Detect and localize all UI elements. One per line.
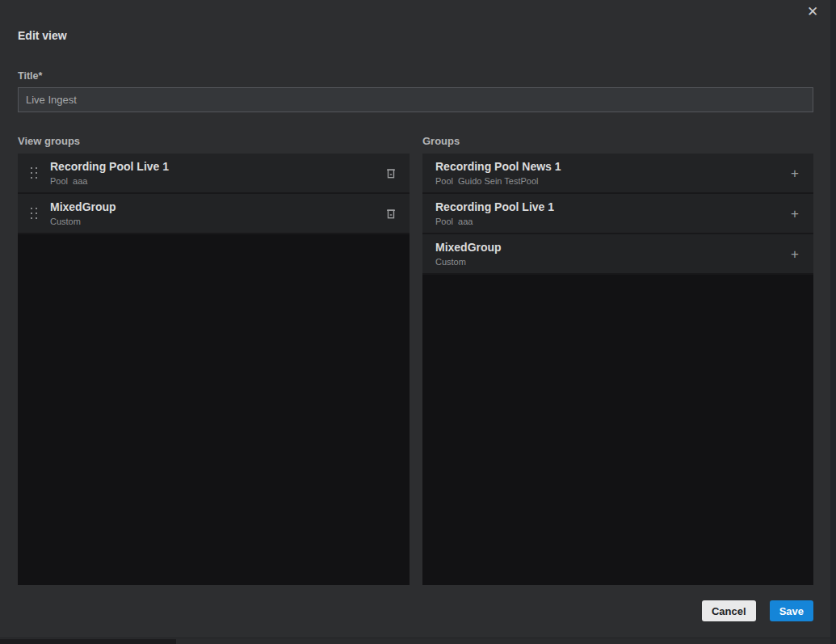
add-group-button[interactable]: + — [776, 247, 813, 261]
remove-group-button[interactable] — [372, 208, 410, 219]
drag-handle[interactable] — [18, 167, 50, 179]
group-info: Recording Pool News 1PoolGuido Sein Test… — [422, 159, 776, 187]
drag-dots-icon — [31, 167, 38, 179]
group-subtitle: Custom — [50, 216, 372, 227]
view-groups-heading: View groups — [18, 135, 80, 147]
remove-group-button[interactable] — [372, 168, 410, 179]
vertical-scrollbar[interactable] — [830, 0, 836, 644]
view-groups-list: Recording Pool Live 1PoolaaaMixedGroupCu… — [18, 154, 410, 585]
horizontal-scrollbar[interactable] — [0, 638, 830, 644]
add-group-button[interactable]: + — [776, 207, 813, 221]
group-subtitle: PoolGuido Sein TestPool — [435, 175, 776, 187]
title-field-label: Title* — [18, 70, 42, 82]
group-name: Guido Sein TestPool — [458, 176, 538, 186]
groups-list: Recording Pool News 1PoolGuido Sein Test… — [422, 154, 813, 585]
group-title: Recording Pool News 1 — [435, 160, 776, 174]
group-type: Custom — [435, 257, 466, 267]
trash-icon — [386, 168, 396, 179]
group-title: MixedGroup — [435, 241, 776, 255]
group-type: Pool — [435, 176, 453, 186]
group-type: Pool — [435, 217, 453, 226]
group-info: MixedGroupCustom — [422, 240, 776, 267]
group-type: Custom — [50, 217, 81, 226]
view-group-row: MixedGroupCustom — [18, 194, 410, 234]
group-title: Recording Pool Live 1 — [50, 160, 372, 174]
close-icon[interactable]: ✕ — [804, 3, 821, 21]
modal-title: Edit view — [18, 29, 67, 42]
save-button[interactable]: Save — [770, 600, 813, 621]
group-title: Recording Pool Live 1 — [435, 200, 776, 214]
group-name: aaa — [73, 176, 87, 186]
drag-handle[interactable] — [18, 208, 50, 220]
group-row[interactable]: MixedGroupCustom+ — [422, 234, 813, 275]
group-subtitle: Poolaaa — [435, 216, 776, 227]
horizontal-scrollbar-thumb[interactable] — [0, 639, 176, 644]
drag-dots-icon — [31, 208, 38, 220]
trash-icon — [386, 208, 396, 219]
group-subtitle: Poolaaa — [50, 175, 372, 187]
plus-icon: + — [791, 166, 799, 180]
group-row[interactable]: Recording Pool Live 1Poolaaa+ — [422, 194, 813, 234]
group-info: Recording Pool Live 1Poolaaa — [50, 159, 372, 187]
groups-heading: Groups — [422, 135, 460, 147]
group-info: Recording Pool Live 1Poolaaa — [422, 200, 776, 227]
add-group-button[interactable]: + — [776, 166, 813, 180]
title-input[interactable] — [18, 87, 813, 112]
cancel-button[interactable]: Cancel — [702, 600, 756, 621]
group-subtitle: Custom — [435, 256, 776, 267]
group-type: Pool — [50, 176, 68, 186]
group-row[interactable]: Recording Pool News 1PoolGuido Sein Test… — [422, 154, 813, 194]
group-info: MixedGroupCustom — [50, 200, 372, 227]
group-title: MixedGroup — [50, 200, 372, 214]
modal-footer: Cancel Save — [702, 600, 813, 621]
edit-view-modal: ✕ Edit view Title* View groups Groups Re… — [0, 0, 836, 644]
view-group-row: Recording Pool Live 1Poolaaa — [18, 154, 410, 194]
plus-icon: + — [791, 207, 799, 221]
plus-icon: + — [791, 247, 799, 261]
group-name: aaa — [458, 217, 473, 226]
